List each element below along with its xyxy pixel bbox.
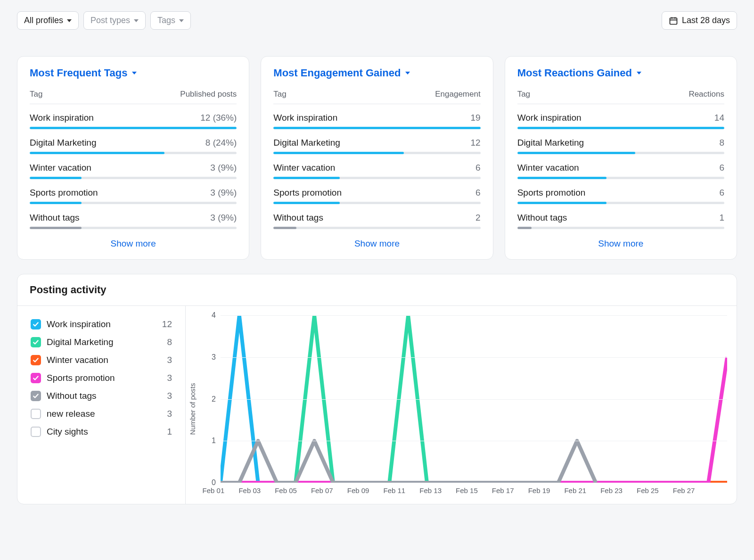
legend-checkbox[interactable] bbox=[31, 391, 41, 401]
legend-count: 3 bbox=[167, 391, 172, 401]
stat-label: Digital Marketing bbox=[517, 138, 584, 148]
stat-label: Digital Marketing bbox=[30, 138, 97, 148]
legend-item[interactable]: Without tags3 bbox=[31, 387, 172, 405]
stat-row: Digital Marketing8 bbox=[517, 138, 724, 154]
legend-checkbox[interactable] bbox=[31, 409, 41, 419]
stat-label: Sports promotion bbox=[30, 188, 98, 198]
filter-profiles[interactable]: All profiles bbox=[17, 11, 79, 30]
date-range-button[interactable]: Last 28 days bbox=[662, 11, 737, 30]
card-header-dropdown[interactable]: Most Frequent Tags bbox=[30, 67, 237, 79]
col-header: Reactions bbox=[688, 90, 724, 99]
legend-checkbox[interactable] bbox=[31, 427, 41, 437]
x-tick: Feb 25 bbox=[637, 486, 673, 494]
stat-value: 6 bbox=[475, 163, 481, 173]
filter-post-types[interactable]: Post types bbox=[83, 11, 146, 30]
x-tick: Feb 21 bbox=[564, 486, 600, 494]
bar-track bbox=[30, 177, 237, 179]
bar-fill bbox=[517, 152, 635, 154]
stat-row: Winter vacation6 bbox=[517, 163, 724, 179]
stat-row: Digital Marketing12 bbox=[273, 138, 480, 154]
bar-fill bbox=[517, 127, 724, 129]
bar-fill bbox=[273, 152, 404, 154]
col-header: Tag bbox=[30, 90, 42, 99]
col-header: Published posts bbox=[180, 90, 237, 99]
bar-fill bbox=[30, 227, 82, 229]
x-tick: Feb 13 bbox=[419, 486, 456, 494]
bar-track bbox=[517, 177, 724, 179]
bar-fill bbox=[517, 177, 606, 179]
legend-label: new release bbox=[47, 409, 161, 419]
show-more-link[interactable]: Show more bbox=[273, 239, 480, 249]
legend-label: Without tags bbox=[47, 391, 161, 401]
y-tick: 0 bbox=[212, 478, 216, 487]
bar-track bbox=[30, 227, 237, 229]
card-title: Most Engagement Gained bbox=[273, 67, 401, 79]
chevron-down-icon bbox=[132, 72, 137, 74]
filter-tags[interactable]: Tags bbox=[150, 11, 191, 30]
filter-tags-label: Tags bbox=[157, 16, 175, 25]
legend-item[interactable]: Winter vacation3 bbox=[31, 351, 172, 369]
legend-checkbox[interactable] bbox=[31, 355, 41, 365]
bar-track bbox=[273, 177, 480, 179]
legend-item[interactable]: new release3 bbox=[31, 405, 172, 423]
bar-fill bbox=[30, 202, 82, 204]
stat-value: 3 (9%) bbox=[210, 213, 237, 223]
legend-count: 3 bbox=[167, 355, 172, 365]
chevron-down-icon bbox=[179, 19, 184, 22]
cards-row: Most Frequent TagsTagPublished postsWork… bbox=[17, 56, 737, 260]
legend-item[interactable]: Digital Marketing8 bbox=[31, 333, 172, 351]
activity-title: Posting activity bbox=[30, 284, 724, 296]
bar-track bbox=[30, 202, 237, 204]
show-more-link[interactable]: Show more bbox=[30, 239, 237, 249]
bar-track bbox=[30, 127, 237, 129]
chart-series-line bbox=[221, 441, 596, 483]
bar-track bbox=[517, 202, 724, 204]
chevron-down-icon bbox=[134, 19, 139, 22]
date-range-label: Last 28 days bbox=[682, 16, 730, 25]
stat-label: Without tags bbox=[517, 213, 567, 223]
legend-item[interactable]: City sights1 bbox=[31, 423, 172, 441]
stat-value: 19 bbox=[471, 113, 481, 123]
card-header-dropdown[interactable]: Most Engagement Gained bbox=[273, 67, 480, 79]
legend-checkbox[interactable] bbox=[31, 319, 41, 329]
stat-value: 6 bbox=[719, 188, 724, 198]
show-more-link[interactable]: Show more bbox=[517, 239, 724, 249]
stat-label: Winter vacation bbox=[273, 163, 335, 173]
chevron-down-icon bbox=[637, 72, 641, 74]
activity-legend: Work inspiration12Digital Marketing8Wint… bbox=[17, 306, 186, 504]
legend-label: City sights bbox=[47, 427, 161, 437]
bar-fill bbox=[30, 177, 82, 179]
bar-track bbox=[273, 127, 480, 129]
stat-value: 2 bbox=[475, 213, 481, 223]
stat-card: Most Frequent TagsTagPublished postsWork… bbox=[17, 56, 249, 260]
stat-label: Winter vacation bbox=[30, 163, 91, 173]
column-headers: TagEngagement bbox=[273, 90, 480, 104]
card-header-dropdown[interactable]: Most Reactions Gained bbox=[517, 67, 724, 79]
stat-value: 12 bbox=[471, 138, 481, 148]
y-tick: 3 bbox=[212, 353, 216, 362]
bar-track bbox=[517, 152, 724, 154]
stat-label: Work inspiration bbox=[30, 113, 94, 123]
x-tick: Feb 27 bbox=[673, 486, 709, 494]
stat-value: 14 bbox=[714, 113, 724, 123]
stat-row: Sports promotion6 bbox=[273, 188, 480, 204]
x-tick: Feb 23 bbox=[600, 486, 637, 494]
stat-label: Without tags bbox=[273, 213, 323, 223]
stat-row: Work inspiration19 bbox=[273, 113, 480, 129]
legend-item[interactable]: Sports promotion3 bbox=[31, 369, 172, 387]
legend-checkbox[interactable] bbox=[31, 373, 41, 383]
legend-checkbox[interactable] bbox=[31, 337, 41, 347]
chevron-down-icon bbox=[405, 72, 410, 74]
legend-item[interactable]: Work inspiration12 bbox=[31, 315, 172, 333]
bar-track bbox=[517, 227, 724, 229]
activity-chart: Number of posts 01234 Feb 01Feb 03Feb 05… bbox=[186, 306, 737, 504]
x-tick: Feb 19 bbox=[528, 486, 565, 494]
bar-fill bbox=[30, 127, 237, 129]
stat-label: Without tags bbox=[30, 213, 80, 223]
bar-track bbox=[273, 152, 480, 154]
card-title: Most Frequent Tags bbox=[30, 67, 127, 79]
bar-fill bbox=[273, 127, 480, 129]
bar-fill bbox=[273, 202, 340, 204]
y-tick: 1 bbox=[212, 436, 216, 445]
stat-value: 3 (9%) bbox=[210, 163, 237, 173]
